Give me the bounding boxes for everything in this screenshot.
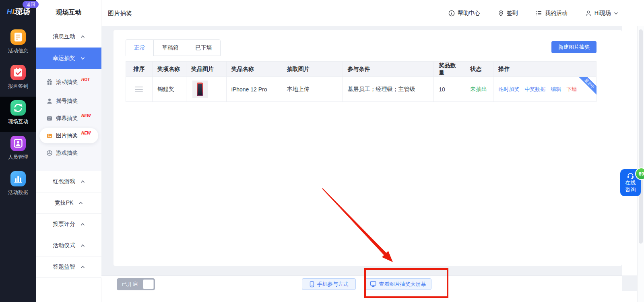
nav-activity-data[interactable]: 活动数据: [0, 168, 36, 203]
submenu-game-draw[interactable]: 游戏抽奖: [39, 145, 98, 161]
status-badge: 未抽出: [470, 86, 487, 93]
consult-label-line2: 咨询: [625, 186, 636, 193]
nav-personnel[interactable]: 人员管理: [0, 132, 36, 168]
submenu-label: 摇号抽奖: [56, 97, 78, 105]
draw-image-cell: 本地上传: [282, 77, 343, 101]
table-row: 锦鲤奖 iPhone 12 Pro 本地上传 基层员工；经理级；主管级 10 未…: [126, 77, 597, 102]
submenu-label: 滚动抽奖: [56, 79, 78, 86]
submenu-image-draw[interactable]: 图片抽奖 NEW: [39, 128, 98, 143]
calendar-check-icon: [10, 65, 26, 80]
group-label: 幸运抽奖: [53, 55, 75, 62]
col-header: 奖品图片: [186, 62, 227, 77]
group-label: 投票评分: [53, 221, 75, 228]
group-lucky-draw[interactable]: 幸运抽奖: [36, 48, 101, 69]
gutter-patch: [622, 275, 637, 291]
bottom-bar: 已开启 手机参与方式 查看图片抽奖大屏幕: [101, 275, 622, 302]
monitor-icon: [370, 281, 376, 287]
bar-chart-icon: [10, 171, 26, 186]
group-label: 消息互动: [53, 33, 75, 40]
tab-removed[interactable]: 已下墙: [187, 39, 221, 56]
my-events-label: 我的活动: [545, 10, 568, 17]
image-icon: [46, 132, 53, 139]
info-icon: [448, 10, 455, 17]
nav-activity-info[interactable]: 活动信息: [0, 26, 36, 61]
nav-label: 报名签到: [0, 83, 36, 90]
action-winner-data[interactable]: 中奖数据: [524, 86, 545, 93]
status-tabs: 正常 草稿箱 已下墙: [126, 39, 221, 56]
group-label: 红包游戏: [53, 178, 75, 185]
game-wheel-icon: [46, 150, 53, 156]
page-title: 图片抽奖: [108, 10, 132, 17]
group-pk[interactable]: 竞技PK: [36, 192, 101, 214]
col-header: 奖品数量: [434, 62, 465, 77]
col-header: 状态: [465, 62, 493, 77]
nav-label: 现场互动: [0, 118, 36, 125]
person-card-icon: [10, 136, 26, 151]
nav-label: 人员管理: [0, 154, 36, 161]
account-menu[interactable]: Hi现场: [585, 10, 618, 17]
group-quiz[interactable]: 答题益智: [36, 256, 101, 278]
iphone-image: [197, 83, 203, 96]
prize-image-cell: [186, 77, 227, 101]
account-label: Hi现场: [594, 10, 611, 17]
chevron-up-icon: [80, 244, 85, 247]
col-header: 奖品名称: [227, 62, 282, 77]
my-events-link[interactable]: 我的活动: [536, 10, 568, 17]
logo-text: 现场: [14, 7, 30, 16]
col-header: 操作: [493, 62, 597, 77]
submenu-rolling-draw[interactable]: 滚动抽奖 HOT: [39, 74, 98, 90]
col-header: 抽取图片: [282, 62, 343, 77]
content-card: 正常 草稿箱 已下墙 新建图片抽奖 排序 奖项名称 奖品图片 奖品名称 抽取图片…: [114, 30, 622, 266]
tab-normal[interactable]: 正常: [126, 39, 154, 56]
help-center-label: 帮助中心: [458, 10, 480, 17]
prize-image: [192, 81, 208, 98]
group-message-interaction[interactable]: 消息互动: [36, 26, 101, 47]
col-header: 奖项名称: [153, 62, 186, 77]
nav-signup-checkin[interactable]: 报名签到: [0, 61, 36, 97]
enabled-toggle[interactable]: 已开启: [117, 278, 155, 290]
action-add-prize[interactable]: 临时加奖: [498, 86, 519, 93]
tab-drafts[interactable]: 草稿箱: [153, 39, 187, 56]
lucky-draw-submenu: 滚动抽奖 HOT 摇号抽奖 弹幕抽奖 NEW 图片抽奖 NEW 游戏抽奖: [36, 69, 101, 171]
headset-icon: [627, 173, 634, 179]
chevron-up-icon: [78, 201, 83, 205]
location-pin-icon: [498, 10, 504, 17]
phone-icon: [310, 281, 314, 288]
logo-h: H: [6, 7, 12, 16]
back-button[interactable]: 返回: [23, 1, 39, 8]
toggle-knob: [143, 279, 154, 289]
chevron-down-icon: [80, 57, 85, 60]
submenu-danmaku-draw[interactable]: 弹幕抽奖 NEW: [39, 111, 98, 126]
checkin-link[interactable]: 签到: [498, 10, 518, 17]
main-content: 正常 草稿箱 已下墙 新建图片抽奖 排序 奖项名称 奖品图片 奖品名称 抽取图片…: [101, 26, 622, 275]
scrollbar-thumb[interactable]: [639, 29, 643, 244]
gift-icon: [46, 79, 53, 85]
new-badge: NEW: [81, 114, 91, 118]
drag-handle-icon[interactable]: [135, 85, 143, 94]
group-vote-score[interactable]: 投票评分: [36, 214, 101, 235]
new-badge: NEW: [81, 131, 91, 135]
submenu-label: 游戏抽奖: [56, 149, 78, 157]
mobile-participation-label: 手机参与方式: [317, 281, 349, 288]
panel-title: 现场互动: [36, 8, 101, 17]
submenu-label: 弹幕抽奖: [56, 115, 78, 122]
group-red-packet[interactable]: 红包游戏: [36, 171, 101, 192]
help-center-link[interactable]: 帮助中心: [448, 10, 480, 17]
action-edit[interactable]: 编辑: [551, 86, 561, 93]
view-big-screen-button[interactable]: 查看图片抽奖大屏幕: [364, 278, 431, 290]
quantity-cell: 10: [434, 77, 465, 101]
chevron-down-icon: [614, 12, 618, 15]
new-image-draw-button[interactable]: 新建图片抽奖: [551, 41, 597, 53]
submenu-number-draw[interactable]: 摇号抽奖: [39, 93, 98, 109]
view-big-screen-label: 查看图片抽奖大屏幕: [379, 281, 426, 288]
group-label: 竞技PK: [55, 199, 74, 207]
nav-live-interaction[interactable]: 现场互动: [0, 97, 36, 132]
chevron-up-icon: [80, 35, 85, 38]
hot-badge: HOT: [81, 77, 90, 82]
secondary-sidebar: 现场互动 消息互动 幸运抽奖 滚动抽奖 HOT 摇号抽奖 弹幕抽奖 NEW 图片…: [36, 0, 101, 302]
col-header: 参与条件: [343, 62, 434, 77]
document-icon: [10, 29, 26, 45]
nav-label: 活动信息: [0, 48, 36, 54]
group-ceremony[interactable]: 活动仪式: [36, 235, 101, 256]
mobile-participation-button[interactable]: 手机参与方式: [302, 278, 356, 290]
